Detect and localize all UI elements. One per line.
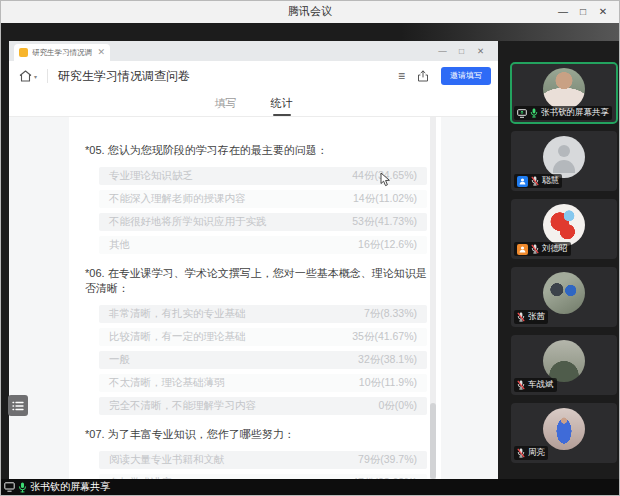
tab-fill[interactable]: 填写 (215, 96, 237, 111)
minimize-button[interactable]: — (553, 1, 573, 22)
participant-name: 刘德昭 (542, 243, 568, 255)
close-button[interactable]: ✕ (593, 1, 613, 22)
option-value: 53份(41.73%) (352, 215, 417, 229)
invite-fill-button[interactable]: 邀请填写 (441, 67, 491, 85)
question-block-05: *05. 您认为您现阶段的学习存在的最主要的问题： 专业理论知识缺乏 44份(3… (85, 143, 427, 254)
option-row[interactable]: 专业理论知识缺乏 44份(34.65%) (99, 167, 427, 185)
option-value: 7份(8.33%) (364, 307, 417, 321)
option-label: 其他 (109, 238, 130, 252)
tab-title: 研究生学习情况调查问卷 (32, 48, 92, 58)
participant-tile[interactable]: 车战斌 (511, 335, 617, 395)
browser-toolbar: ▾ 研究生学习情况调查问卷 ≡ 邀请填写 (9, 61, 498, 91)
titlebar: 腾讯会议 — □ ✕ (1, 1, 619, 24)
options-list: 专业理论知识缺乏 44份(34.65%) 不能深入理解老师的授课内容 14份(1… (85, 167, 427, 254)
participant-label: 刘德昭 (514, 242, 571, 256)
mic-on-icon (530, 108, 538, 118)
toolbar-divider (47, 69, 48, 83)
participant-label: 张茜 (514, 310, 548, 324)
option-label: 阅读大量专业书籍和文献 (109, 453, 225, 467)
option-value: 16份(12.6%) (358, 238, 417, 252)
option-row[interactable]: 不太清晰，理论基础薄弱 10份(11.9%) (99, 374, 427, 392)
tab-statistics[interactable]: 统计 (271, 96, 293, 111)
window-controls: — □ ✕ (553, 1, 613, 22)
option-value: 35份(41.67%) (352, 330, 417, 344)
options-list: 非常清晰，有扎实的专业基础 7份(8.33%) 比较清晰，有一定的理论基础 35… (85, 305, 427, 415)
avatar (543, 272, 585, 314)
participant-name: 周亮 (528, 447, 545, 459)
question-block-06: *06. 在专业课学习、学术论文撰写上，您对一些基本概念、理论知识是否清晰： 非… (85, 266, 427, 415)
participant-label: 聪慧 (514, 174, 562, 188)
participant-name: 张书钦的屏幕共享 (541, 107, 609, 119)
participant-name: 张茜 (528, 311, 545, 323)
option-row[interactable]: 非常清晰，有扎实的专业基础 7份(8.33%) (99, 305, 427, 323)
participant-label: 张书钦的屏幕共享 (514, 106, 612, 120)
member-badge-icon (517, 176, 528, 187)
avatar (543, 340, 585, 382)
browser-window-controls: — □ ✕ (433, 41, 490, 61)
home-icon (19, 70, 32, 82)
participant-tile[interactable]: 刘德昭 (511, 199, 617, 259)
list-icon (12, 401, 24, 411)
scrollbar-thumb[interactable] (430, 403, 436, 479)
browser-minimize-button[interactable]: — (433, 41, 452, 61)
question-title: *06. 在专业课学习、学术论文撰写上，您对一些基本概念、理论知识是否清晰： (85, 266, 427, 296)
participant-label: 周亮 (514, 446, 548, 460)
option-label: 不能很好地将所学知识应用于实践 (109, 215, 267, 229)
browser-tabstrip: 研究生学习情况调查问卷 ✕ — □ ✕ (9, 41, 498, 61)
participant-tile[interactable]: 张茜 (511, 267, 617, 327)
tab-favicon-icon (19, 48, 28, 57)
participant-tile[interactable]: 张书钦的屏幕共享 (511, 63, 617, 123)
participant-label: 车战斌 (514, 378, 557, 392)
menu-icon[interactable]: ≡ (398, 69, 405, 83)
tencent-meeting-window: 腾讯会议 — □ ✕ 研究生学习情况调查问卷 ✕ — □ ✕ (0, 0, 620, 496)
chevron-down-icon: ▾ (34, 73, 37, 80)
avatar (543, 204, 585, 246)
question-list-button[interactable] (8, 395, 28, 416)
question-title: *05. 您认为您现阶段的学习存在的最主要的问题： (85, 143, 427, 158)
option-row[interactable]: 比较清晰，有一定的理论基础 35份(41.67%) (99, 328, 427, 346)
option-label: 不能深入理解老师的授课内容 (109, 192, 246, 206)
avatar (543, 68, 585, 110)
share-banner-text: 张书钦的屏幕共享 (30, 480, 110, 494)
member-badge-icon (517, 244, 528, 255)
shared-browser-window: 研究生学习情况调查问卷 ✕ — □ ✕ ▾ 研究生学习情况调查问卷 ≡ (9, 41, 498, 481)
survey-nav-tabs: 填写 统计 (9, 91, 498, 117)
browser-maximize-button[interactable]: □ (452, 41, 471, 61)
option-row[interactable]: 完全不清晰，不能理解学习内容 0份(0%) (99, 397, 427, 415)
option-label: 完全不清晰，不能理解学习内容 (109, 399, 256, 413)
mic-muted-icon (517, 312, 525, 322)
browser-close-button[interactable]: ✕ (471, 41, 490, 61)
question-block-07: *07. 为了丰富专业知识，您作了哪些努力： 阅读大量专业书籍和文献 79份(3… (85, 427, 427, 481)
option-label: 非常清晰，有扎实的专业基础 (109, 307, 246, 321)
survey-content: *05. 您认为您现阶段的学习存在的最主要的问题： 专业理论知识缺乏 44份(3… (9, 117, 498, 481)
option-value: 32份(38.1%) (358, 353, 417, 367)
mic-muted-icon (517, 380, 525, 390)
participant-tile[interactable]: 聪慧 (511, 131, 617, 191)
page-title: 研究生学习情况调查问卷 (58, 68, 190, 85)
share-icon[interactable] (417, 70, 429, 82)
option-row[interactable]: 一般 32份(38.1%) (99, 351, 427, 369)
option-label: 一般 (109, 353, 130, 367)
option-value: 79份(39.7%) (358, 453, 417, 467)
share-banner: 张书钦的屏幕共享 (1, 479, 620, 495)
maximize-button[interactable]: □ (573, 1, 593, 22)
options-list: 阅读大量专业书籍和文献 79份(39.7%) 参加学术讲座 47份(23.62%… (85, 451, 427, 481)
mic-muted-icon (531, 244, 539, 254)
home-control[interactable]: ▾ (19, 70, 37, 82)
participant-tile[interactable]: 周亮 (511, 403, 617, 463)
participant-name: 聪慧 (542, 175, 559, 187)
option-row[interactable]: 阅读大量专业书籍和文献 79份(39.7%) (99, 451, 427, 469)
browser-tab[interactable]: 研究生学习情况调查问卷 ✕ (14, 44, 110, 61)
participant-name: 车战斌 (528, 379, 554, 391)
option-row[interactable]: 不能很好地将所学知识应用于实践 53份(41.73%) (99, 213, 427, 231)
mic-muted-icon (517, 448, 525, 458)
mic-muted-icon (531, 176, 539, 186)
option-value: 44份(34.65%) (352, 169, 417, 183)
survey-card: *05. 您认为您现阶段的学习存在的最主要的问题： 专业理论知识缺乏 44份(3… (69, 117, 441, 481)
option-label: 比较清晰，有一定的理论基础 (109, 330, 246, 344)
screen-share-icon (4, 482, 15, 492)
option-row[interactable]: 其他 16份(12.6%) (99, 236, 427, 254)
option-row[interactable]: 不能深入理解老师的授课内容 14份(11.02%) (99, 190, 427, 208)
option-value: 0份(0%) (378, 399, 417, 413)
tab-close-icon[interactable]: ✕ (97, 48, 105, 57)
